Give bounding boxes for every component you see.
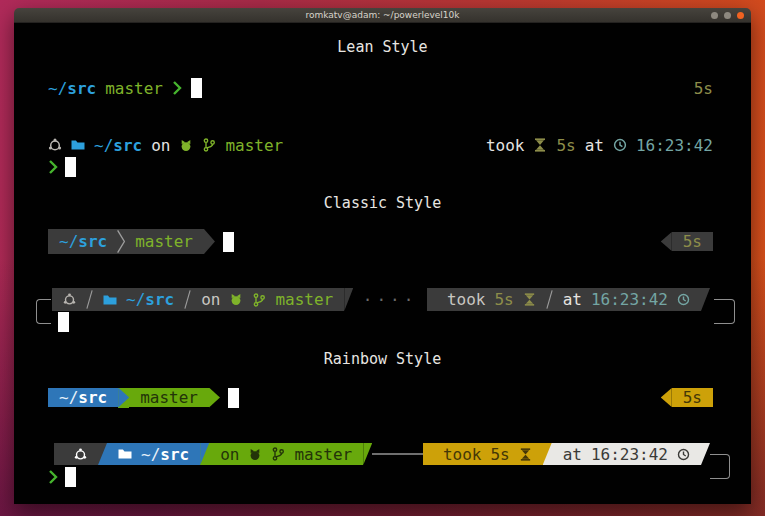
clock-icon — [677, 293, 690, 306]
command-duration: 5s — [556, 136, 575, 155]
window-title: romkatv@adam: ~/powerlevel10k — [305, 8, 459, 22]
command-duration: 5s — [683, 388, 702, 407]
hourglass-icon — [533, 138, 547, 152]
current-time: 16:23:42 — [591, 290, 668, 309]
ubuntu-logo-icon — [74, 448, 87, 461]
rainbow-prompt-short: ~/src master 5s — [48, 385, 713, 410]
prompt-chevron-icon — [48, 469, 58, 485]
segment-separator-icon — [116, 229, 126, 254]
git-branch-icon — [202, 138, 216, 152]
terminal-body[interactable]: Lean Style ~/src master 5s ~/src on — [14, 23, 751, 504]
powerline-segment-left: ~/src on master — [52, 288, 344, 311]
github-octocat-icon — [229, 293, 243, 306]
clock-icon — [613, 138, 627, 152]
close-button[interactable] — [737, 12, 744, 19]
folder-icon — [103, 294, 117, 306]
command-duration: 5s — [683, 232, 702, 251]
powerline-segment-os — [63, 443, 98, 465]
git-branch-icon — [271, 447, 285, 461]
prompt-chevron-icon — [48, 159, 58, 175]
powerline-segment-right: took 5s at 16:23:42 — [436, 288, 701, 311]
git-branch: master — [140, 388, 198, 407]
maximize-button[interactable] — [724, 12, 731, 19]
prompt-frame-right — [710, 454, 730, 479]
prompt-gap-line — [372, 453, 423, 455]
terminal-cursor — [228, 388, 239, 408]
cwd: ~/src — [59, 232, 107, 251]
powerline-arrow-icon — [118, 388, 129, 408]
powerline-slant-icon — [200, 443, 209, 465]
lean-prompt-short: ~/src master 5s — [48, 77, 713, 99]
powerline-segment-duration: took 5s — [432, 443, 543, 465]
terminal-cursor — [191, 78, 202, 98]
current-time: 16:23:42 — [636, 136, 713, 155]
terminal-cursor — [223, 232, 234, 252]
at-label: at — [585, 136, 604, 155]
powerline-segment-dir: ~/src — [48, 388, 118, 407]
minimize-button[interactable] — [711, 12, 718, 19]
cwd: ~/src — [141, 445, 189, 464]
folder-icon — [71, 139, 85, 151]
window-controls — [711, 8, 744, 22]
rainbow-prompt-full: ~/src on master took 5s — [54, 443, 710, 465]
terminal-cursor — [58, 312, 69, 332]
powerline-segment-time: at 16:23:42 — [552, 443, 701, 465]
git-branch-icon — [252, 293, 266, 307]
classic-prompt-short: ~/src master 5s — [48, 229, 713, 254]
powerline-slant-icon — [543, 443, 552, 465]
terminal-cursor — [65, 467, 76, 487]
rainbow-style-heading: Rainbow Style — [14, 350, 751, 368]
at-label: at — [563, 290, 582, 309]
lean-prompt-full: ~/src on master took 5s at 16:23:42 — [48, 134, 713, 156]
git-branch: master — [294, 445, 352, 464]
terminal-cursor — [65, 157, 76, 177]
ubuntu-logo-icon — [63, 293, 76, 306]
prompt-frame-left — [36, 299, 51, 324]
powerline-slant-icon — [701, 443, 710, 465]
command-duration: 5s — [490, 445, 509, 464]
segment-separator-icon — [545, 289, 554, 310]
powerline-arrow-icon — [209, 388, 220, 408]
prompt-chevron-icon — [172, 80, 182, 96]
command-duration: 5s — [694, 79, 713, 98]
took-label: took — [486, 136, 525, 155]
classic-prompt-full: ~/src on master ···· took 5s at 16:23:42 — [52, 288, 710, 311]
segment-separator-icon — [85, 289, 94, 310]
command-duration: 5s — [494, 290, 513, 309]
on-label: on — [220, 445, 239, 464]
powerline-arrow-icon — [661, 232, 672, 251]
window-titlebar[interactable]: romkatv@adam: ~/powerlevel10k — [14, 8, 751, 23]
github-octocat-icon — [248, 448, 262, 461]
powerline-slant-icon — [423, 443, 432, 465]
at-label: at — [563, 445, 582, 464]
git-branch: master — [135, 232, 193, 251]
segment-separator-icon — [183, 289, 192, 310]
lean-style-heading: Lean Style — [14, 38, 751, 56]
terminal-window: romkatv@adam: ~/powerlevel10k Lean Style… — [14, 8, 751, 504]
powerline-arrow-icon — [204, 229, 215, 254]
powerline-slant-icon — [54, 443, 63, 465]
rainbow-prompt-input-line — [48, 466, 713, 488]
took-label: took — [447, 290, 486, 309]
cwd: ~/src — [126, 290, 174, 309]
git-branch: master — [225, 136, 283, 155]
folder-icon — [118, 448, 132, 460]
powerline-segment-dir: ~/src — [107, 443, 200, 465]
powerline-slant-icon — [98, 443, 107, 465]
prompt-gap-dots: ···· — [353, 290, 427, 309]
classic-style-heading: Classic Style — [14, 194, 751, 212]
took-label: took — [443, 445, 482, 464]
powerline-slant-icon — [701, 288, 710, 311]
powerline-segment-right: 5s — [672, 232, 713, 251]
prompt-frame-right — [714, 299, 735, 324]
powerline-slant-icon — [344, 288, 353, 311]
ubuntu-logo-icon — [48, 138, 62, 152]
cwd: ~/src — [48, 79, 96, 98]
powerline-slant-icon — [427, 288, 436, 311]
current-time: 16:23:42 — [591, 445, 668, 464]
clock-icon — [677, 448, 690, 461]
hourglass-icon — [523, 293, 536, 306]
on-label: on — [201, 290, 220, 309]
on-label: on — [151, 136, 170, 155]
powerline-segment-git: master — [129, 388, 209, 407]
